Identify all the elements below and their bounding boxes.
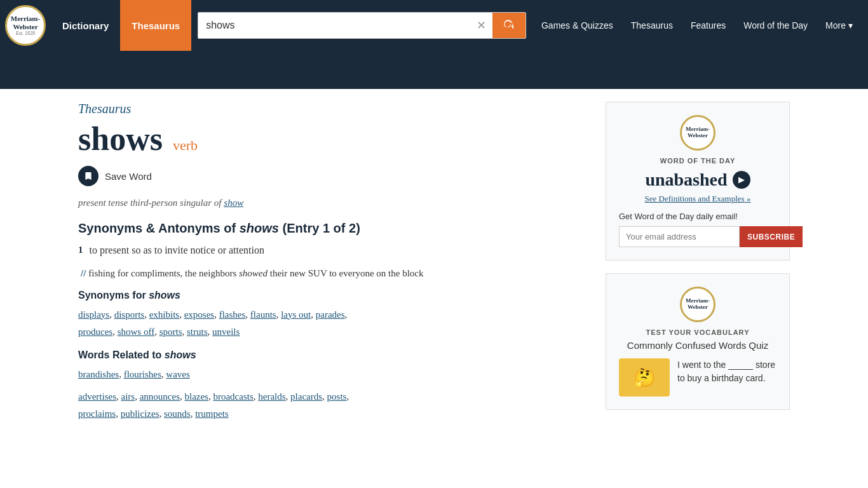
content-wrapper: Thesaurus shows verb Save Word present t… xyxy=(53,89,815,435)
search-icon xyxy=(503,19,515,32)
see-definitions-link[interactable]: See Definitions and Examples » xyxy=(619,194,776,204)
wotd-word: unabashed ▶ xyxy=(619,170,776,190)
thesaurus-link[interactable]: Thesaurus xyxy=(622,20,682,30)
related-list-1: brandishes, flourishes, waves xyxy=(78,366,587,383)
synonym-exposes[interactable]: exposes xyxy=(184,309,215,320)
related-publicizes[interactable]: publicizes xyxy=(121,409,159,419)
sidebar: Merriam- Webster WORD OF THE DAY unabash… xyxy=(606,102,790,423)
email-row: SUBSCRIBE xyxy=(619,226,776,247)
chevron-down-icon: ▾ xyxy=(848,20,853,30)
main-nav: Games & Quizzes Thesaurus Features Word … xyxy=(532,20,868,30)
wotd-card: Merriam- Webster WORD OF THE DAY unabash… xyxy=(606,102,790,261)
more-button[interactable]: More ▾ xyxy=(817,20,862,30)
quiz-image: 🤔 xyxy=(619,358,670,396)
games-quizzes-link[interactable]: Games & Quizzes xyxy=(532,20,622,30)
synonym-exhibits[interactable]: exhibits xyxy=(149,309,180,320)
synonym-displays[interactable]: displays xyxy=(78,309,109,320)
related-placards[interactable]: placards xyxy=(290,391,322,402)
related-brandishes[interactable]: brandishes xyxy=(78,369,119,379)
quiz-question: I went to the _____ store to buy a birth… xyxy=(677,358,776,385)
related-broadcasts[interactable]: broadcasts xyxy=(213,391,253,402)
example-text: fishing for compliments, the neighbors s… xyxy=(88,268,423,278)
logo-est: Est. 1828 xyxy=(16,30,35,36)
logo[interactable]: Merriam- Webster Est. 1828 xyxy=(0,0,51,51)
vocab-quiz-title: Commonly Confused Words Quiz xyxy=(619,340,776,351)
search-clear-button[interactable]: ✕ xyxy=(470,15,492,36)
related-advertises[interactable]: advertises xyxy=(78,391,116,402)
synonym-sports[interactable]: sports xyxy=(159,327,182,337)
audio-button[interactable]: ▶ xyxy=(733,171,750,189)
vocab-section-label: TEST YOUR VOCABULARY xyxy=(619,329,776,336)
quiz-row: 🤔 I went to the _____ store to buy a bir… xyxy=(619,358,776,396)
present-tense-text: present tense third-person singular of s… xyxy=(78,198,587,208)
related-announces[interactable]: announces xyxy=(140,391,180,402)
search-button[interactable] xyxy=(492,13,526,38)
example-marker: // xyxy=(81,268,86,278)
dictionary-tab[interactable]: Dictionary xyxy=(51,0,120,51)
vocab-logo: Merriam- Webster xyxy=(680,287,715,322)
synonym-lays-out[interactable]: lays out xyxy=(281,309,311,320)
synonym-struts[interactable]: struts xyxy=(187,327,208,337)
save-word-label[interactable]: Save Word xyxy=(105,171,152,182)
word-title: shows xyxy=(78,123,163,156)
features-link[interactable]: Features xyxy=(682,20,735,30)
related-posts[interactable]: posts xyxy=(327,391,347,402)
main-content: Thesaurus shows verb Save Word present t… xyxy=(78,102,587,423)
dark-band xyxy=(0,51,868,89)
wotd-link[interactable]: Word of the Day xyxy=(735,20,817,30)
synonyms-heading: Synonyms & Antonyms of shows (Entry 1 of… xyxy=(78,221,587,236)
search-area: ✕ xyxy=(191,12,532,39)
show-link[interactable]: show xyxy=(224,198,243,208)
related-blazes[interactable]: blazes xyxy=(184,391,208,402)
search-form: ✕ xyxy=(198,12,526,39)
synonyms-list: displays, disports, exhibits, exposes, f… xyxy=(78,306,587,341)
wotd-logo: Merriam- Webster xyxy=(680,115,715,151)
synonym-parades[interactable]: parades xyxy=(316,309,345,320)
synonym-disports[interactable]: disports xyxy=(114,309,145,320)
save-word-button[interactable] xyxy=(78,166,98,186)
synonym-flashes[interactable]: flashes xyxy=(219,309,246,320)
related-sounds[interactable]: sounds xyxy=(164,409,191,419)
email-label: Get Word of the Day daily email! xyxy=(619,212,776,221)
related-flourishes[interactable]: flourishes xyxy=(124,369,161,379)
related-list-2: advertises, airs, announces, blazes, bro… xyxy=(78,388,587,423)
thesaurus-tab[interactable]: Thesaurus xyxy=(120,0,191,51)
word-pos: verb xyxy=(173,137,198,154)
related-waves[interactable]: waves xyxy=(166,369,190,379)
bookmark-icon xyxy=(83,171,93,181)
synonyms-sub-heading: Synonyms for shows xyxy=(78,290,587,301)
save-word-row: Save Word xyxy=(78,166,587,186)
word-title-row: shows verb xyxy=(78,123,587,156)
related-trumpets[interactable]: trumpets xyxy=(195,409,229,419)
logo-text: Merriam- Webster xyxy=(11,15,40,30)
example-block: // fishing for compliments, the neighbor… xyxy=(78,266,587,281)
sense-definition: to present so as to invite notice or att… xyxy=(90,245,265,256)
audio-icon: ▶ xyxy=(738,175,744,185)
related-sub-heading: Words Related to shows xyxy=(78,349,587,361)
sense-number: 1 xyxy=(78,245,83,255)
subscribe-button[interactable]: SUBSCRIBE xyxy=(740,226,803,247)
section-label: Thesaurus xyxy=(78,102,587,116)
related-proclaims[interactable]: proclaims xyxy=(78,409,116,419)
synonym-unveils[interactable]: unveils xyxy=(212,327,240,337)
synonym-produces[interactable]: produces xyxy=(78,327,112,337)
wotd-label: WORD OF THE DAY xyxy=(619,157,776,165)
email-input[interactable] xyxy=(619,226,740,247)
related-airs[interactable]: airs xyxy=(121,391,135,402)
site-header: Merriam- Webster Est. 1828 Dictionary Th… xyxy=(0,0,868,89)
synonym-shows-off[interactable]: shows off xyxy=(118,327,154,337)
search-tabs: Dictionary Thesaurus xyxy=(51,0,191,51)
synonym-flaunts[interactable]: flaunts xyxy=(250,309,276,320)
vocab-card: Merriam- Webster TEST YOUR VOCABULARY Co… xyxy=(606,273,790,410)
search-input[interactable] xyxy=(198,13,470,37)
related-heralds[interactable]: heralds xyxy=(258,391,285,402)
sense-row: 1 to present so as to invite notice or a… xyxy=(78,245,587,262)
